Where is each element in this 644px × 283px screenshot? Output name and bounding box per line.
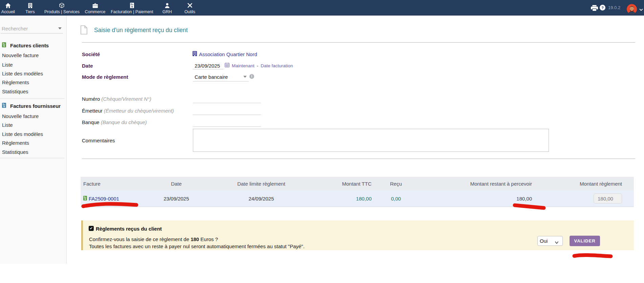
- montant-reglement-input[interactable]: [594, 193, 622, 204]
- confirm-select[interactable]: Oui: [537, 236, 563, 246]
- row-date: 23/09/2025: [138, 196, 215, 202]
- search-input[interactable]: [1, 24, 63, 33]
- document-icon: [81, 25, 87, 36]
- commentaires-label: Commentaires: [82, 138, 115, 143]
- sidebar-section-factures-clients[interactable]: $ Factures clients: [2, 42, 49, 48]
- calendar-icon[interactable]: [225, 63, 229, 69]
- confirm-title: Règlements reçus du client: [96, 226, 162, 232]
- col-date-limite: Date limite règlement: [215, 181, 308, 187]
- svg-text:$: $: [84, 197, 86, 200]
- maintenant-link[interactable]: Maintenant: [232, 63, 254, 68]
- menu-tiers[interactable]: Tiers: [25, 2, 35, 14]
- emetteur-input[interactable]: [193, 115, 261, 115]
- societe-link[interactable]: Association Quartier Nord: [199, 51, 257, 57]
- menu-outils[interactable]: Outils: [184, 2, 195, 14]
- invoice-table: Facture Date Date limite règlement Monta…: [81, 177, 634, 207]
- invoice-green-icon: $: [83, 196, 87, 202]
- printer-icon: [591, 6, 598, 12]
- sidebar-section-factures-fournisseur[interactable]: $ Factures fournisseur: [2, 103, 61, 109]
- invoice-icon: $: [111, 2, 153, 8]
- sidebar-item-reglements[interactable]: Règlements: [2, 79, 29, 85]
- svg-text:$: $: [3, 44, 5, 47]
- sidebar-item-liste[interactable]: Liste: [2, 62, 13, 68]
- sidebar-item-reglements-fournisseur[interactable]: Règlements: [2, 140, 29, 146]
- menu-produits-services[interactable]: Produits | Services: [44, 2, 80, 14]
- chevron-down-icon[interactable]: [639, 6, 643, 13]
- print-button[interactable]: [591, 5, 598, 12]
- row-date-limite: 24/09/2025: [215, 196, 308, 202]
- date-facturation-link[interactable]: Date facturation: [261, 63, 293, 68]
- version-label: 19.0.2: [608, 5, 620, 10]
- sidebar-item-nouvelle-facture[interactable]: Nouvelle facture: [2, 52, 39, 58]
- sidebar-item-nouvelle-facture-fournisseur[interactable]: Nouvelle facture: [2, 113, 39, 119]
- info-icon: i: [249, 74, 254, 79]
- col-recu: Reçu: [374, 181, 418, 187]
- emetteur-label: Émetteur (Émetteur du chèque/virement): [82, 108, 174, 114]
- help-icon: ?: [600, 6, 605, 11]
- title-divider: [82, 42, 635, 43]
- numero-label: Numéro (Chèque/Virement N°): [82, 96, 151, 102]
- tools-icon: [184, 2, 195, 8]
- avatar[interactable]: [627, 4, 637, 16]
- svg-text:?: ?: [601, 6, 604, 10]
- facture-link[interactable]: $FA2509-0001: [83, 196, 119, 202]
- menu-accueil[interactable]: Accueil: [1, 2, 15, 14]
- confirmation-box: ✔ Règlements reçus du client Confirmez-v…: [81, 220, 634, 250]
- briefcase-icon: [85, 2, 105, 8]
- date-input[interactable]: 23/09/2025: [195, 63, 220, 69]
- date-label: Date: [82, 63, 93, 69]
- banque-label: Banque (Banque du chèque): [82, 119, 147, 125]
- numero-input[interactable]: [193, 103, 261, 103]
- sidebar-item-liste-fournisseur[interactable]: Liste: [2, 122, 13, 128]
- societe-label: Société: [82, 51, 100, 57]
- menu-grh[interactable]: GRH: [162, 2, 172, 14]
- section-divider: [82, 159, 635, 159]
- svg-text:$: $: [3, 105, 5, 108]
- col-montant-reglement: Montant règlement: [535, 181, 634, 187]
- menu-commerce[interactable]: Commerce: [85, 2, 105, 14]
- confirm-question: Confirmez-vous la saisie de ce règlement…: [89, 236, 218, 242]
- table-row: $FA2509-0001 23/09/2025 24/09/2025 180,0…: [81, 190, 634, 207]
- col-facture: Facture: [81, 181, 138, 187]
- mode-reglement-label: Mode de règlement: [82, 74, 128, 80]
- sidebar-item-statistiques-fournisseur[interactable]: Statistiques: [2, 149, 28, 155]
- sidebar-item-liste-des-modeles-fournisseur[interactable]: Liste des modèles: [2, 131, 43, 137]
- home-icon: [1, 2, 15, 8]
- invoice-green-icon: $: [2, 42, 6, 48]
- row-montant-ttc: 180,00: [308, 196, 374, 202]
- col-date: Date: [138, 181, 215, 187]
- checkbox-checked[interactable]: ✔: [89, 226, 94, 231]
- sidebar-item-statistiques[interactable]: Statistiques: [2, 89, 28, 94]
- invoice-blue-icon: $: [2, 103, 6, 109]
- company-building-icon: [193, 51, 197, 57]
- sidebar-item-liste-des-modeles[interactable]: Liste des modèles: [2, 71, 43, 76]
- confirm-note: Toutes les factures avec un reste à paye…: [89, 243, 305, 249]
- row-recu: 0,00: [374, 196, 418, 202]
- banque-input[interactable]: [193, 126, 261, 127]
- cube-icon: [44, 2, 80, 8]
- menu-facturation-paiement[interactable]: $ Facturation | Paiement: [111, 2, 153, 14]
- search-dropdown-caret-icon[interactable]: [58, 27, 62, 29]
- top-menubar: Accueil Tiers Produits | Services Commer…: [0, 0, 644, 16]
- building-icon: [25, 2, 35, 8]
- commentaires-textarea[interactable]: [193, 129, 549, 152]
- help-button[interactable]: ?: [600, 5, 605, 12]
- page-title: Saisie d'un règlement reçu du client: [94, 27, 188, 34]
- col-montant-ttc: Montant TTC: [308, 181, 374, 187]
- left-sidebar: $ Factures clients Nouvelle facture List…: [0, 16, 67, 264]
- person-icon: [162, 2, 172, 8]
- row-montant-restant: 180,00: [418, 196, 535, 202]
- col-montant-restant: Montant restant à percevoir: [418, 181, 535, 187]
- svg-text:$: $: [131, 5, 133, 8]
- select-caret-icon: [243, 76, 247, 78]
- valider-button[interactable]: VALIDER: [570, 236, 600, 246]
- table-header-row: Facture Date Date limite règlement Monta…: [81, 177, 634, 190]
- mode-reglement-select[interactable]: Carte bancaire: [195, 74, 228, 80]
